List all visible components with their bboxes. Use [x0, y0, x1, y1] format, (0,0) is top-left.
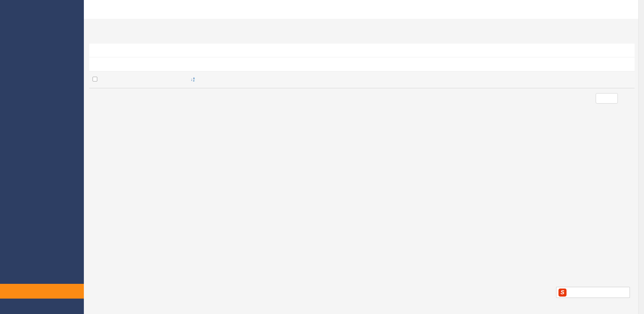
ime-toolbar: S	[556, 287, 630, 298]
table-footer	[89, 88, 635, 108]
sogou-logo-icon[interactable]: S	[558, 289, 567, 297]
sidebar	[0, 0, 84, 314]
page-title-block	[89, 2, 92, 3]
new-version-banner[interactable]	[0, 284, 84, 299]
items-per-page-select[interactable]	[596, 93, 618, 104]
containers-widget: ↓AZ	[89, 31, 635, 108]
sidebar-footer	[0, 299, 84, 314]
sort-alpha-icon: ↓AZ	[191, 77, 195, 82]
user-block	[624, 2, 633, 3]
portainer-app: { "colors": { "sidebar": "#2d3e63", "sid…	[0, 0, 644, 314]
settings-section-label	[0, 18, 84, 30]
select-all-checkbox[interactable]	[93, 77, 97, 81]
widget-header	[89, 31, 635, 44]
actions-toolbar	[89, 44, 635, 57]
logo-bar	[0, 0, 84, 18]
top-bar	[84, 0, 644, 19]
search-input[interactable]	[97, 62, 630, 67]
table-header: ↓AZ	[89, 71, 635, 88]
vertical-scrollbar[interactable]	[638, 0, 644, 314]
search-bar	[89, 57, 635, 71]
